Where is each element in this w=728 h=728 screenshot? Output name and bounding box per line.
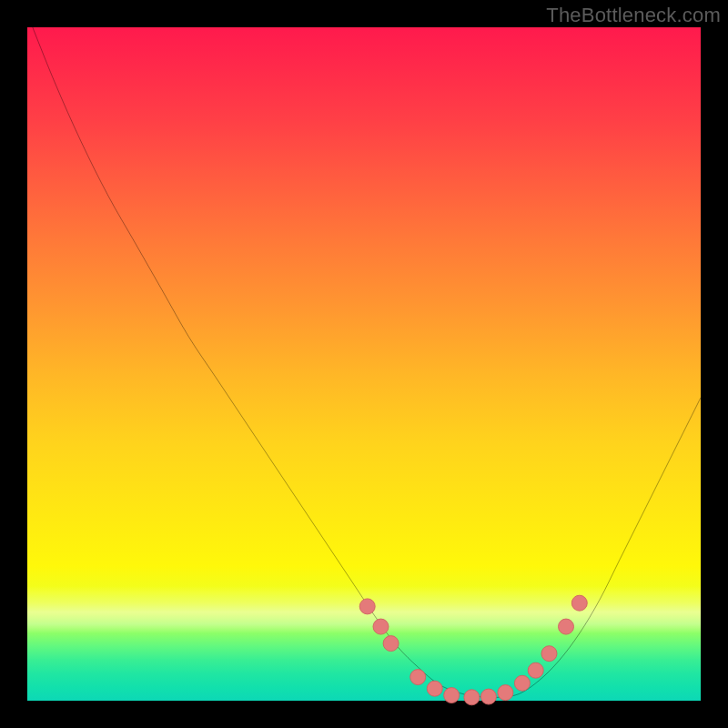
data-marker — [359, 599, 375, 614]
data-marker — [410, 670, 426, 685]
data-marker — [514, 675, 530, 691]
curve-markers — [359, 595, 587, 705]
data-marker — [373, 619, 389, 634]
data-marker — [541, 646, 557, 662]
data-marker — [383, 636, 399, 652]
data-marker — [558, 619, 573, 634]
curve-layer — [27, 27, 701, 701]
plot-area — [27, 27, 701, 701]
data-marker — [480, 689, 496, 704]
data-marker — [498, 685, 513, 701]
data-marker — [427, 681, 442, 696]
data-marker — [444, 688, 460, 703]
data-marker — [528, 662, 543, 678]
chart-frame: TheBottleneck.com — [0, 0, 728, 728]
bottleneck-curve — [27, 14, 701, 697]
watermark-text: TheBottleneck.com — [546, 4, 721, 27]
data-marker — [571, 595, 587, 611]
data-marker — [464, 690, 480, 705]
